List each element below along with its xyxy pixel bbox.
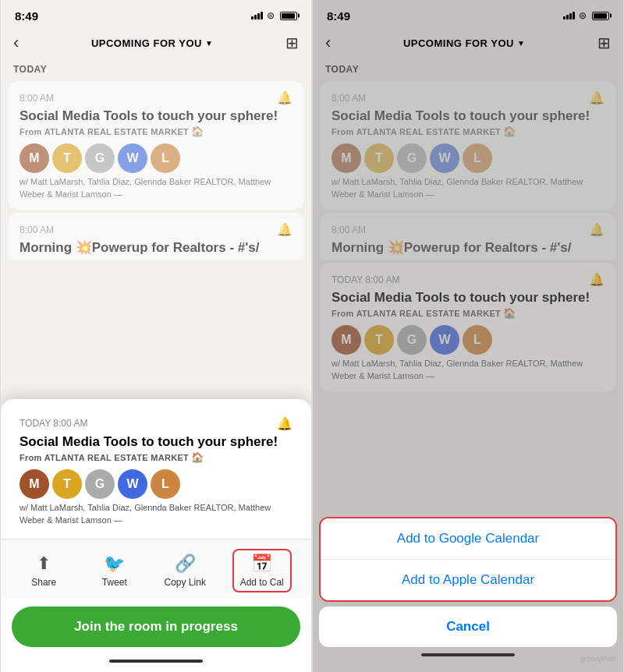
scroll-left: 8:00 AM 🔔 Social Media Tools to touch yo… <box>1 78 311 672</box>
cal-options-group: Add to Google Calendar Add to Apple Cale… <box>319 517 617 602</box>
share-action[interactable]: ⬆ Share <box>20 554 67 588</box>
share-label: Share <box>31 577 56 588</box>
nav-bar-left: ‹ UPCOMING FOR YOU ▼ ⊞ <box>1 28 311 59</box>
active-event-left[interactable]: TODAY 8:00 AM 🔔 Social Media Tools to to… <box>9 407 303 536</box>
tweet-label: Tweet <box>102 577 127 588</box>
active-avatar-5: L <box>151 469 180 499</box>
active-avatars-left: M T G W L <box>20 469 292 499</box>
event-card-1-left[interactable]: 8:00 AM 🔔 Social Media Tools to touch yo… <box>9 81 303 210</box>
bell-icon-left-2: 🔔 <box>277 222 292 237</box>
house-icon-left-1: 🏠 <box>191 126 204 137</box>
nav-action-left[interactable]: ⊞ <box>285 34 299 52</box>
active-avatar-2: T <box>52 469 82 499</box>
event-hosts-left-1: w/ Matt LaMarsh, Tahlia Diaz, Glennda Ba… <box>20 176 292 200</box>
home-indicator-right <box>421 653 515 656</box>
phone-right: 8:49 ⊜ ‹ UPCOMING FOR YOU ▼ ⊞ <box>312 0 624 672</box>
status-time-left: 8:49 <box>15 9 38 23</box>
avatar-1: M <box>20 143 49 173</box>
status-icons-left: ⊜ <box>251 10 297 21</box>
avatar-5: L <box>151 143 180 173</box>
bell-icon-left-1: 🔔 <box>277 90 292 105</box>
join-button-left[interactable]: Join the room in progress <box>12 607 300 647</box>
avatar-2: T <box>52 143 82 173</box>
active-event-time-left: TODAY 8:00 AM <box>20 418 87 429</box>
copy-link-action[interactable]: 🔗 Copy Link <box>161 554 208 588</box>
share-icon: ⬆ <box>37 554 51 574</box>
nav-title-left: UPCOMING FOR YOU ▼ <box>91 37 214 49</box>
add-to-cal-action[interactable]: 📅 Add to Cal <box>232 549 292 592</box>
tweet-icon: 🐦 <box>104 554 125 574</box>
add-apple-calendar-option[interactable]: Add to Apple Calendar <box>321 560 615 600</box>
watermark: groovyPost <box>580 655 615 663</box>
event-time-left-1: 8:00 AM <box>20 93 54 104</box>
back-button-left[interactable]: ‹ <box>13 33 19 53</box>
add-to-cal-icon: 📅 <box>251 554 272 574</box>
cal-cancel-button[interactable]: Cancel <box>319 607 617 647</box>
copy-link-label: Copy Link <box>165 577 206 588</box>
wifi-icon-left: ⊜ <box>267 10 275 21</box>
signal-icon-left <box>251 12 263 19</box>
cal-sheet-right: Add to Google Calendar Add to Apple Cale… <box>313 512 623 672</box>
add-to-cal-label: Add to Cal <box>240 577 284 588</box>
active-event-hosts-left: w/ Matt LaMarsh, Tahlia Diaz, Glennda Ba… <box>20 502 292 526</box>
add-google-calendar-option[interactable]: Add to Google Calendar <box>321 518 615 560</box>
bottom-overlay-left: TODAY 8:00 AM 🔔 Social Media Tools to to… <box>1 399 311 672</box>
active-event-title-left: Social Media Tools to touch your sphere! <box>20 433 292 450</box>
tweet-action[interactable]: 🐦 Tweet <box>91 554 138 588</box>
event-card-2-left[interactable]: 8:00 AM 🔔 Morning 💥Powerup for Realtors … <box>9 213 303 260</box>
avatars-left-1: M T G W L <box>20 143 292 173</box>
section-today-left: TODAY <box>1 59 311 78</box>
event-title-left-1: Social Media Tools to touch your sphere! <box>20 108 292 124</box>
battery-icon-left <box>280 12 297 20</box>
event-title-left-2: Morning 💥Powerup for Realtors - #'s/ <box>20 239 292 256</box>
action-bar-left: ⬆ Share 🐦 Tweet 🔗 Copy Link 📅 Add to Cal <box>1 539 311 599</box>
active-avatar-3: G <box>85 469 115 499</box>
phone-left: 8:49 ⊜ ‹ UPCOMING FOR YOU ▼ ⊞ <box>0 0 312 672</box>
active-avatar-1: M <box>20 469 49 499</box>
active-event-from-left: From ATLANTA REAL ESTATE MARKET 🏠 <box>20 451 292 463</box>
copy-link-icon: 🔗 <box>175 554 196 574</box>
avatar-4: W <box>118 143 147 173</box>
avatar-3: G <box>85 143 115 173</box>
home-indicator-left <box>109 660 203 663</box>
active-house-icon-left: 🏠 <box>191 451 204 463</box>
event-from-left-1: From ATLANTA REAL ESTATE MARKET 🏠 <box>20 126 292 137</box>
nav-title-arrow-left[interactable]: ▼ <box>205 39 213 48</box>
active-avatar-4: W <box>118 469 147 499</box>
status-bar-left: 8:49 ⊜ <box>1 0 311 28</box>
event-time-left-2: 8:00 AM <box>20 225 54 235</box>
active-bell-icon-left: 🔔 <box>277 416 292 431</box>
